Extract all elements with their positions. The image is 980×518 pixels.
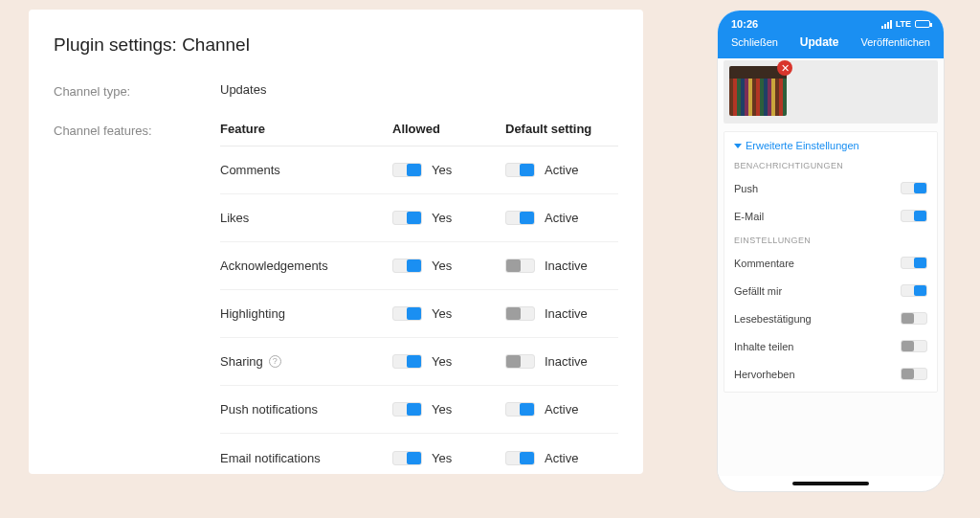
nav-bar: Schließen Update Veröffentlichen xyxy=(718,35,944,58)
col-feature: Feature xyxy=(220,122,392,136)
feature-name: Sharing xyxy=(220,354,263,369)
default-toggle[interactable] xyxy=(505,259,535,273)
default-toggle-label: Active xyxy=(545,211,578,225)
features-table-header: Feature Allowed Default setting xyxy=(220,122,618,146)
allowed-toggle-label: Yes xyxy=(432,354,452,369)
col-allowed: Allowed xyxy=(392,122,505,136)
option-label: Hervorheben xyxy=(734,369,795,380)
phone-header: 10:26 LTE Schließen Update Veröffentlich… xyxy=(718,11,944,58)
option-label: Kommentare xyxy=(734,258,794,269)
feature-name: Acknowledgements xyxy=(220,259,328,273)
allowed-toggle-label: Yes xyxy=(432,163,452,177)
advanced-settings-label: Erweiterte Einstellungen xyxy=(746,140,859,151)
channel-features-row: Channel features: Feature Allowed Defaul… xyxy=(54,122,618,482)
feature-row: Email notificationsYesActive xyxy=(220,434,618,482)
channel-type-row: Channel type: Updates xyxy=(54,82,618,99)
option-label: Push xyxy=(734,183,758,194)
option-group-title: EINSTELLUNGEN xyxy=(734,236,927,245)
default-toggle-label: Inactive xyxy=(545,306,588,321)
feature-name: Push notifications xyxy=(220,402,318,417)
attachment-thumbnail[interactable]: ✕ xyxy=(729,66,787,116)
option-label: E-Mail xyxy=(734,211,764,222)
option-row: Gefällt mir xyxy=(734,277,927,304)
feature-row: Push notificationsYesActive xyxy=(220,386,618,434)
page-title: Plugin settings: Channel xyxy=(54,34,618,56)
allowed-toggle-label: Yes xyxy=(432,259,452,273)
channel-features-label: Channel features: xyxy=(54,122,220,138)
option-label: Gefällt mir xyxy=(734,285,782,297)
option-group-title: BENACHRICHTIGUNGEN xyxy=(734,161,927,170)
advanced-settings-toggle[interactable]: Erweiterte Einstellungen xyxy=(734,140,927,151)
signal-icon xyxy=(881,20,892,29)
default-toggle[interactable] xyxy=(505,354,535,369)
battery-icon xyxy=(915,20,930,28)
home-indicator xyxy=(792,482,869,485)
feature-name: Likes xyxy=(220,211,249,225)
option-toggle[interactable] xyxy=(901,257,927,269)
feature-row: HighlightingYesInactive xyxy=(220,290,618,338)
option-row: E-Mail xyxy=(734,202,927,230)
option-toggle[interactable] xyxy=(901,284,927,297)
option-toggle[interactable] xyxy=(901,340,927,352)
option-toggle[interactable] xyxy=(901,368,927,380)
allowed-toggle[interactable] xyxy=(392,163,422,177)
status-network: LTE xyxy=(896,19,911,29)
channel-type-label: Channel type: xyxy=(54,82,220,99)
allowed-toggle[interactable] xyxy=(392,211,422,225)
option-row: Kommentare xyxy=(734,249,927,277)
status-right: LTE xyxy=(881,19,930,29)
default-toggle[interactable] xyxy=(505,211,535,225)
option-toggle[interactable] xyxy=(901,210,927,222)
phone-body: ✕ Erweiterte Einstellungen BENACHRICHTIG… xyxy=(718,58,944,476)
advanced-settings-section: Erweiterte Einstellungen BENACHRICHTIGUN… xyxy=(724,131,938,393)
plugin-settings-panel: Plugin settings: Channel Channel type: U… xyxy=(29,10,643,474)
option-toggle[interactable] xyxy=(901,312,927,325)
nav-publish[interactable]: Veröffentlichen xyxy=(860,36,930,48)
features-table: Feature Allowed Default setting Comments… xyxy=(220,122,618,482)
allowed-toggle-label: Yes xyxy=(432,402,452,417)
option-row: Hervorheben xyxy=(734,360,927,388)
default-toggle-label: Active xyxy=(545,451,578,465)
default-toggle[interactable] xyxy=(505,306,535,321)
allowed-toggle-label: Yes xyxy=(432,211,452,225)
allowed-toggle-label: Yes xyxy=(432,306,452,321)
feature-name: Highlighting xyxy=(220,306,285,321)
option-row: Inhalte teilen xyxy=(734,332,927,360)
allowed-toggle[interactable] xyxy=(392,306,422,321)
feature-row: LikesYesActive xyxy=(220,194,618,242)
attachment-area: ✕ xyxy=(724,60,938,124)
default-toggle[interactable] xyxy=(505,402,535,417)
feature-row: CommentsYesActive xyxy=(220,146,618,194)
nav-close[interactable]: Schließen xyxy=(731,36,778,48)
caret-down-icon xyxy=(734,144,742,148)
allowed-toggle[interactable] xyxy=(392,402,422,417)
option-label: Inhalte teilen xyxy=(734,341,793,352)
option-row: Push xyxy=(734,174,927,202)
help-icon[interactable]: ? xyxy=(269,355,281,368)
allowed-toggle[interactable] xyxy=(392,354,422,369)
feature-row: Sharing?YesInactive xyxy=(220,338,618,386)
option-label: Lesebestätigung xyxy=(734,313,812,325)
default-toggle-label: Inactive xyxy=(545,259,588,273)
remove-attachment-icon[interactable]: ✕ xyxy=(777,60,792,76)
status-bar: 10:26 LTE xyxy=(718,18,944,35)
allowed-toggle-label: Yes xyxy=(432,451,452,465)
option-toggle[interactable] xyxy=(901,182,927,194)
default-toggle-label: Inactive xyxy=(545,354,588,369)
option-row: Lesebestätigung xyxy=(734,304,927,332)
feature-row: AcknowledgementsYesInactive xyxy=(220,242,618,290)
allowed-toggle[interactable] xyxy=(392,451,422,465)
status-time: 10:26 xyxy=(731,18,758,30)
nav-title: Update xyxy=(800,35,839,49)
default-toggle-label: Active xyxy=(545,402,578,417)
phone-frame: 10:26 LTE Schließen Update Veröffentlich… xyxy=(717,10,945,492)
allowed-toggle[interactable] xyxy=(392,259,422,273)
default-toggle-label: Active xyxy=(545,163,578,177)
default-toggle[interactable] xyxy=(505,451,535,465)
col-default: Default setting xyxy=(505,122,618,136)
default-toggle[interactable] xyxy=(505,163,535,177)
feature-name: Email notifications xyxy=(220,451,321,465)
feature-name: Comments xyxy=(220,163,280,177)
channel-type-value: Updates xyxy=(220,82,618,97)
